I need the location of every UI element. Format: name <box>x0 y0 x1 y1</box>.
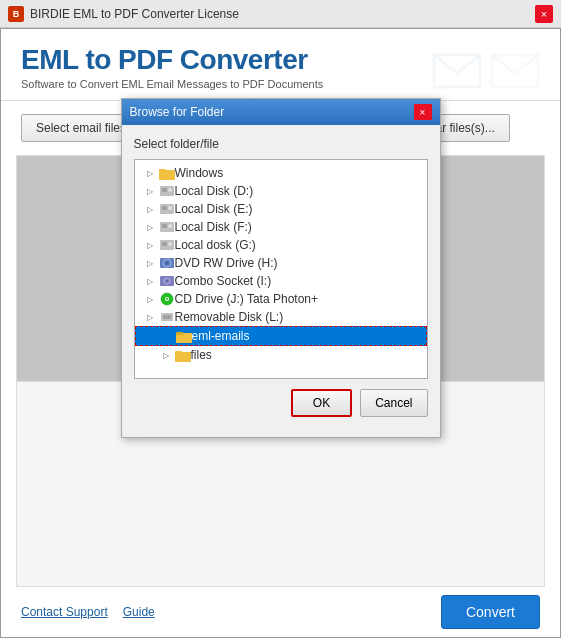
usb-icon-L <box>159 310 175 324</box>
expand-diskG: ▷ <box>143 238 157 252</box>
tree-label-diskF: Local Disk (F:) <box>175 220 252 234</box>
tree-label-dvdH: DVD RW Drive (H:) <box>175 256 278 270</box>
tree-label-diskE: Local Disk (E:) <box>175 202 253 216</box>
svg-point-21 <box>166 280 168 282</box>
tree-item-diskF[interactable]: ▷ Local Disk (F:) <box>135 218 427 236</box>
svg-point-12 <box>168 224 172 228</box>
dialog-titlebar: Browse for Folder × <box>122 99 440 125</box>
disk-icon-E <box>159 202 175 216</box>
tree-label-removableL: Removable Disk (L:) <box>175 310 284 324</box>
main-window: EML to PDF Converter Software to Convert… <box>0 28 561 638</box>
envelope-icon-1 <box>432 49 482 89</box>
svg-rect-14 <box>162 242 167 246</box>
dialog-title: Browse for Folder <box>130 105 225 119</box>
header-icons <box>432 49 540 89</box>
title-close-button[interactable]: × <box>535 5 553 23</box>
disk-icon-F <box>159 220 175 234</box>
title-text: BIRDIE EML to PDF Converter License <box>30 7 239 21</box>
header-area: EML to PDF Converter Software to Convert… <box>1 29 560 101</box>
dialog-buttons: OK Cancel <box>134 389 428 417</box>
tree-item-diskD[interactable]: ▷ Local Disk (D:) <box>135 182 427 200</box>
folder-icon-windows <box>159 166 175 180</box>
footer-links: Contact Support Guide <box>21 605 155 619</box>
expand-emlEmails <box>160 329 174 343</box>
svg-point-15 <box>168 242 172 246</box>
app-icon: B <box>8 6 24 22</box>
svg-point-9 <box>168 206 172 210</box>
bottom-bar: Contact Support Guide Convert <box>1 587 560 637</box>
dialog-body: Select folder/file ▷ Windows <box>122 125 440 429</box>
expand-diskE: ▷ <box>143 202 157 216</box>
tree-item-cdJ[interactable]: ▷ CD Drive (J:) Tata Photon+ <box>135 290 427 308</box>
svg-rect-5 <box>162 188 167 192</box>
svg-rect-3 <box>159 169 166 172</box>
combo-icon-I <box>159 274 175 288</box>
tree-label-emlEmails: eml-emails <box>192 329 250 343</box>
app-title: EML to PDF Converter <box>21 44 323 76</box>
folder-icon-files <box>175 348 191 362</box>
tree-container[interactable]: ▷ Windows ▷ <box>134 159 428 379</box>
expand-comboI: ▷ <box>143 274 157 288</box>
expand-diskF: ▷ <box>143 220 157 234</box>
modal-overlay: Browse for Folder × Select folder/file ▷ <box>17 156 544 381</box>
tree-item-removableL[interactable]: ▷ Removable Disk (L:) <box>135 308 427 326</box>
svg-point-18 <box>165 262 168 265</box>
tree-label-comboI: Combo Socket (I:) <box>175 274 272 288</box>
expand-cdJ: ▷ <box>143 292 157 306</box>
dvd-icon-H <box>159 256 175 270</box>
svg-point-24 <box>166 298 168 300</box>
convert-button[interactable]: Convert <box>441 595 540 629</box>
tree-label-diskG: Local dosk (G:) <box>175 238 256 252</box>
tree-item-diskG[interactable]: ▷ Local dosk (G:) <box>135 236 427 254</box>
svg-rect-26 <box>163 315 171 319</box>
expand-diskD: ▷ <box>143 184 157 198</box>
expand-removableL: ▷ <box>143 310 157 324</box>
tree-label-windows: Windows <box>175 166 224 180</box>
dialog-close-button[interactable]: × <box>414 104 432 120</box>
tree-item-dvdH[interactable]: ▷ DVD RW Drive (H:) <box>135 254 427 272</box>
cd-icon-J <box>159 292 175 306</box>
contact-support-link[interactable]: Contact Support <box>21 605 108 619</box>
tree-item-diskE[interactable]: ▷ Local Disk (E:) <box>135 200 427 218</box>
folder-icon-emlEmails <box>176 329 192 343</box>
tree-label-diskD: Local Disk (D:) <box>175 184 254 198</box>
disk-icon-D <box>159 184 175 198</box>
header-text: EML to PDF Converter Software to Convert… <box>21 44 323 90</box>
svg-rect-11 <box>162 224 167 228</box>
browse-dialog: Browse for Folder × Select folder/file ▷ <box>121 98 441 438</box>
cancel-button[interactable]: Cancel <box>360 389 427 417</box>
svg-rect-28 <box>176 332 183 335</box>
tree-item-emlEmails[interactable]: eml-emails <box>135 326 427 346</box>
tree-item-files[interactable]: ▷ files <box>135 346 427 364</box>
svg-rect-8 <box>162 206 167 210</box>
app-subtitle: Software to Convert EML Email Messages t… <box>21 78 323 90</box>
tree-label-files: files <box>191 348 212 362</box>
svg-rect-30 <box>175 351 182 354</box>
ok-button[interactable]: OK <box>291 389 352 417</box>
title-bar-left: B BIRDIE EML to PDF Converter License <box>8 6 239 22</box>
tree-item-windows[interactable]: ▷ Windows <box>135 164 427 182</box>
tree-item-comboI[interactable]: ▷ Combo Socket (I:) <box>135 272 427 290</box>
guide-link[interactable]: Guide <box>123 605 155 619</box>
svg-point-6 <box>168 188 172 192</box>
disk-icon-G <box>159 238 175 252</box>
expand-files: ▷ <box>159 348 173 362</box>
expand-windows: ▷ <box>143 166 157 180</box>
expand-dvdH: ▷ <box>143 256 157 270</box>
title-bar: B BIRDIE EML to PDF Converter License × <box>0 0 561 28</box>
content-area: Browse for Folder × Select folder/file ▷ <box>16 155 545 382</box>
envelope-icon-2 <box>490 49 540 89</box>
tree-label-cdJ: CD Drive (J:) Tata Photon+ <box>175 292 319 306</box>
dialog-label: Select folder/file <box>134 137 428 151</box>
